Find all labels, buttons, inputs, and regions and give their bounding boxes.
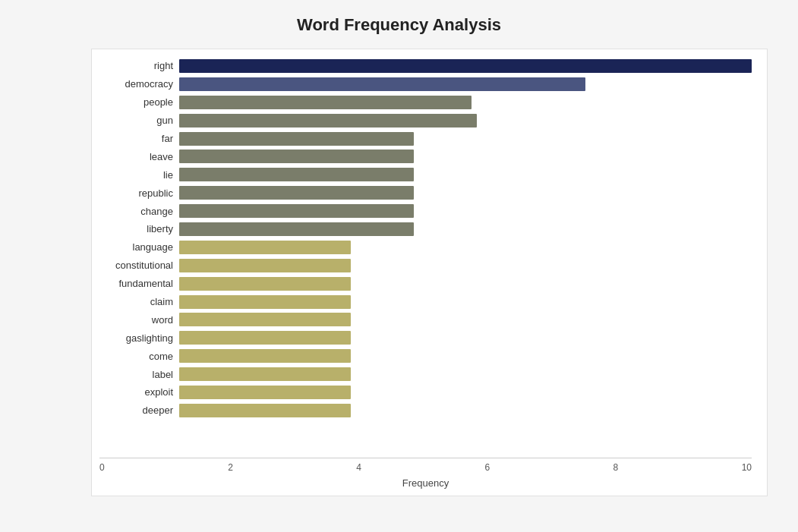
bar-fill	[179, 259, 351, 272]
x-tick: 10	[742, 462, 752, 473]
bar-label: people	[99, 96, 179, 108]
bar-row: right	[99, 58, 752, 74]
bar-row: leave	[99, 148, 752, 165]
bar-row: change	[99, 203, 752, 219]
bar-label: label	[99, 369, 179, 380]
bar-row: lie	[99, 166, 752, 183]
chart-container: Word Frequency Analysis rightdemocracype…	[0, 0, 798, 532]
bar-label: word	[99, 314, 179, 326]
bar-label: language	[99, 241, 179, 253]
bar-track	[179, 204, 752, 218]
bars-wrapper: rightdemocracypeoplegunfarleavelierepubl…	[99, 57, 752, 420]
bar-track	[179, 222, 752, 236]
bar-row: democracy	[99, 76, 752, 93]
bar-label: democracy	[99, 78, 179, 90]
bar-row: come	[99, 348, 752, 364]
x-tick: 0	[99, 462, 105, 473]
bar-fill	[179, 168, 414, 181]
bar-track	[179, 59, 752, 73]
bar-fill	[179, 59, 752, 73]
bar-label: come	[99, 351, 179, 362]
bar-label: gun	[99, 115, 179, 126]
bar-track	[179, 150, 752, 163]
bar-fill	[179, 96, 472, 109]
bar-track	[179, 259, 752, 272]
bar-label: exploit	[99, 386, 179, 398]
bar-fill	[179, 241, 351, 254]
bar-track	[179, 186, 752, 200]
bar-row: word	[99, 311, 752, 328]
bar-label: gaslighting	[99, 332, 179, 344]
bar-row: deeper	[99, 402, 752, 419]
bar-fill	[179, 204, 414, 218]
bar-fill	[179, 132, 414, 146]
bar-label: right	[99, 60, 179, 71]
bar-row: far	[99, 131, 752, 147]
bar-track	[179, 367, 752, 381]
bar-row: claim	[99, 294, 752, 310]
bar-fill	[179, 114, 477, 127]
x-tick: 8	[613, 462, 619, 473]
bar-track	[179, 168, 752, 181]
bar-fill	[179, 186, 414, 200]
bar-row: constitutional	[99, 257, 752, 274]
bar-label: deeper	[99, 405, 179, 416]
bar-row: exploit	[99, 384, 752, 401]
bar-track	[179, 295, 752, 309]
bar-track	[179, 277, 752, 291]
bar-track	[179, 96, 752, 109]
x-tick: 4	[356, 462, 361, 473]
bar-row: gun	[99, 112, 752, 129]
bar-fill	[179, 349, 351, 363]
bar-track	[179, 349, 752, 363]
x-tick: 2	[228, 462, 233, 473]
bar-label: republic	[99, 187, 179, 199]
bar-fill	[179, 295, 351, 309]
bar-row: liberty	[99, 221, 752, 238]
bar-track	[179, 331, 752, 345]
chart-area: rightdemocracypeoplegunfarleavelierepubl…	[91, 49, 768, 496]
bar-row: people	[99, 94, 752, 111]
bar-track	[179, 77, 752, 91]
bar-fill	[179, 386, 351, 399]
bar-row: gaslighting	[99, 329, 752, 346]
bar-track	[179, 114, 752, 127]
x-ticks: 0246810	[99, 458, 752, 473]
bar-fill	[179, 331, 351, 345]
bar-track	[179, 313, 752, 326]
bar-label: lie	[99, 169, 179, 181]
bar-fill	[179, 313, 351, 326]
x-axis-label: Frequency	[99, 477, 752, 489]
bar-label: claim	[99, 296, 179, 307]
bar-label: change	[99, 206, 179, 217]
x-tick: 6	[484, 462, 490, 473]
bar-fill	[179, 367, 351, 381]
bar-label: liberty	[99, 223, 179, 235]
x-axis: 0246810 Frequency	[99, 458, 752, 496]
bar-track	[179, 132, 752, 146]
bar-label: far	[99, 133, 179, 144]
bar-fill	[179, 150, 414, 163]
bar-label: fundamental	[99, 278, 179, 289]
chart-title: Word Frequency Analysis	[30, 15, 768, 35]
bar-row: republic	[99, 184, 752, 201]
bar-track	[179, 241, 752, 254]
bar-fill	[179, 404, 351, 417]
bar-fill	[179, 222, 414, 236]
bar-label: leave	[99, 151, 179, 162]
bar-row: label	[99, 366, 752, 382]
bar-fill	[179, 77, 585, 91]
bar-fill	[179, 277, 351, 291]
bar-label: constitutional	[99, 260, 179, 271]
bar-row: language	[99, 239, 752, 256]
bar-track	[179, 386, 752, 399]
bar-row: fundamental	[99, 275, 752, 292]
bar-track	[179, 404, 752, 417]
